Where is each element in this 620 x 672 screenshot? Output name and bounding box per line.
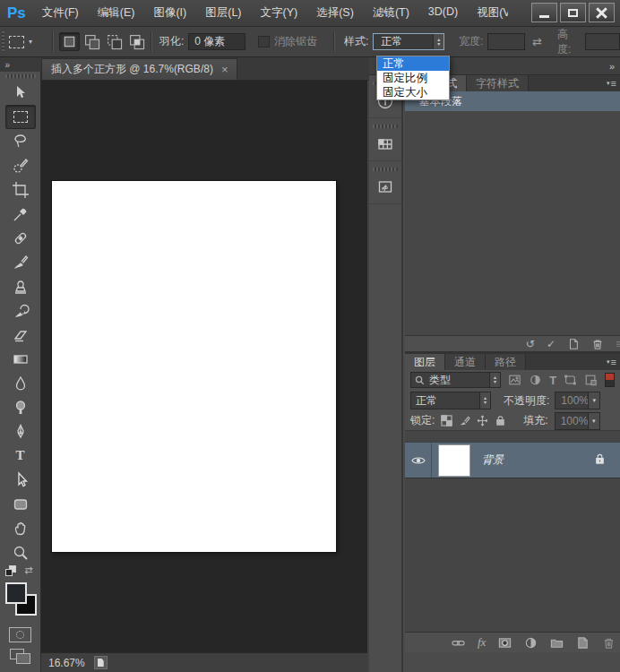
shape-tool[interactable] — [5, 492, 36, 516]
tab-paths[interactable]: 路径 — [486, 354, 526, 370]
lock-pixels-icon[interactable] — [459, 415, 470, 426]
maximize-button[interactable] — [560, 3, 586, 22]
move-tool[interactable] — [5, 81, 36, 105]
minimize-button[interactable] — [531, 3, 557, 22]
style-option-normal[interactable]: 正常 — [377, 56, 449, 71]
new-style-icon[interactable] — [567, 338, 580, 350]
tools-collapse-button[interactable]: » — [0, 57, 41, 72]
menu-3d[interactable]: 3D(D) — [428, 5, 458, 21]
document-info-icon[interactable] — [94, 656, 108, 669]
chevron-down-icon[interactable]: ▾ — [588, 392, 599, 409]
layer-row-background[interactable]: 背景 — [405, 442, 620, 478]
eraser-tool[interactable] — [5, 323, 36, 347]
menu-file[interactable]: 文件(F) — [42, 5, 79, 21]
menu-filter[interactable]: 滤镜(T) — [373, 5, 409, 21]
history-brush-tool[interactable] — [5, 298, 36, 323]
clone-stamp-tool[interactable] — [5, 274, 36, 298]
feather-input[interactable]: 0 像素 — [188, 33, 245, 50]
spot-healing-brush-tool[interactable] — [5, 226, 36, 250]
style-select[interactable]: 正常 ▴▾ — [373, 33, 444, 50]
tab-close-icon[interactable]: × — [221, 63, 228, 76]
filter-kind-select[interactable]: 类型 ▴▾ — [410, 372, 501, 388]
path-selection-tool[interactable] — [5, 468, 36, 492]
intersect-selection-button[interactable] — [126, 32, 147, 51]
tab-layers[interactable]: 图层 — [405, 354, 445, 370]
document-canvas[interactable] — [52, 181, 336, 552]
fill-field[interactable]: 100% ▾ — [555, 412, 600, 430]
subtract-selection-button[interactable] — [104, 32, 125, 51]
tool-preset-button[interactable]: ▾ — [9, 27, 32, 56]
rectangular-marquee-tool[interactable] — [5, 105, 36, 129]
menu-type[interactable]: 文字(Y) — [261, 5, 298, 21]
link-layers-icon[interactable] — [452, 636, 465, 650]
pen-tool[interactable] — [5, 419, 36, 444]
menu-layer[interactable]: 图层(L) — [205, 5, 241, 21]
quick-selection-tool[interactable] — [5, 153, 36, 177]
close-button[interactable] — [589, 3, 615, 22]
antialias-checkbox[interactable] — [258, 36, 270, 47]
height-input[interactable] — [585, 33, 620, 50]
lock-position-icon[interactable] — [477, 415, 488, 426]
filter-shape-layers-button[interactable] — [564, 374, 577, 386]
swatches-panel-button[interactable] — [368, 118, 402, 161]
type-tool[interactable]: T — [5, 444, 36, 468]
style-option-fixed-size[interactable]: 固定大小 — [377, 85, 449, 99]
hand-tool[interactable] — [5, 516, 36, 540]
filter-type-layers-button[interactable]: T — [549, 374, 556, 387]
zoom-tool[interactable] — [5, 540, 36, 564]
gradient-tool[interactable] — [5, 347, 36, 371]
tab-channels[interactable]: 通道 — [445, 354, 486, 370]
delete-style-icon[interactable] — [591, 338, 604, 350]
panel-menu-icon[interactable]: ▾ ≡ — [607, 354, 620, 370]
blend-mode-select[interactable]: 正常 ▴▾ — [410, 392, 491, 409]
options-grip[interactable] — [2, 31, 4, 52]
dodge-tool[interactable] — [5, 395, 36, 419]
adjustment-layer-icon[interactable] — [524, 636, 538, 650]
screen-mode-button[interactable] — [10, 649, 31, 665]
crop-tool[interactable] — [5, 177, 36, 202]
menu-select[interactable]: 选择(S) — [316, 5, 354, 21]
swap-dimensions-button[interactable]: ⇄ — [532, 27, 542, 56]
lock-transparency-icon[interactable] — [441, 415, 452, 426]
filter-smart-objects-button[interactable] — [584, 374, 598, 386]
styles-panel-button[interactable] — [368, 161, 402, 204]
layer-thumbnail[interactable] — [439, 445, 469, 476]
blur-tool[interactable] — [5, 371, 36, 395]
layer-filter-row: 类型 ▴▾ T — [405, 370, 620, 390]
delete-layer-icon[interactable] — [602, 636, 616, 650]
menu-edit[interactable]: 编辑(E) — [98, 5, 135, 21]
menu-view[interactable]: 视图(V) — [477, 5, 508, 21]
quick-mask-button[interactable] — [9, 627, 31, 642]
foreground-color-swatch[interactable] — [5, 582, 27, 604]
add-mask-icon[interactable] — [498, 636, 512, 650]
new-layer-icon[interactable] — [576, 636, 590, 650]
tab-character-styles[interactable]: 字符样式 — [467, 75, 529, 91]
filter-toggle-switch[interactable] — [605, 373, 615, 387]
brush-tool[interactable] — [5, 250, 36, 274]
lock-all-icon[interactable] — [495, 415, 506, 426]
menu-image[interactable]: 图像(I) — [153, 5, 186, 21]
eyedropper-tool[interactable] — [5, 202, 36, 226]
swap-colors-icon[interactable]: ⇄ — [24, 564, 32, 576]
width-input[interactable] — [487, 33, 525, 50]
document-tab[interactable]: 插入多个正方形 @ 16.7%(RGB/8) × — [41, 58, 237, 80]
zoom-level[interactable]: 16.67% — [48, 657, 85, 669]
layer-name[interactable]: 背景 — [482, 452, 504, 468]
redefine-style-icon[interactable]: ↺ — [526, 338, 535, 350]
opacity-field[interactable]: 100% ▾ — [555, 392, 600, 409]
add-selection-button[interactable] — [82, 32, 102, 51]
layer-style-fx-icon[interactable]: fx — [478, 635, 486, 650]
new-group-icon[interactable] — [550, 636, 564, 650]
tools-grip[interactable] — [5, 74, 36, 78]
panel-menu-icon[interactable]: ▾ ≡ — [607, 75, 620, 91]
lasso-tool[interactable] — [5, 129, 36, 153]
filter-pixel-layers-button[interactable] — [508, 374, 521, 386]
chevron-down-icon[interactable]: ▾ — [588, 413, 599, 429]
layer-visibility-toggle[interactable] — [405, 443, 432, 478]
default-colors-control[interactable]: ⇄ — [5, 564, 36, 577]
clear-override-icon[interactable]: ✓ — [547, 338, 555, 350]
canvas-area[interactable] — [41, 81, 367, 652]
new-selection-button[interactable] — [59, 32, 80, 51]
filter-adjustment-layers-button[interactable] — [529, 374, 542, 386]
style-option-fixed-ratio[interactable]: 固定比例 — [377, 71, 449, 85]
